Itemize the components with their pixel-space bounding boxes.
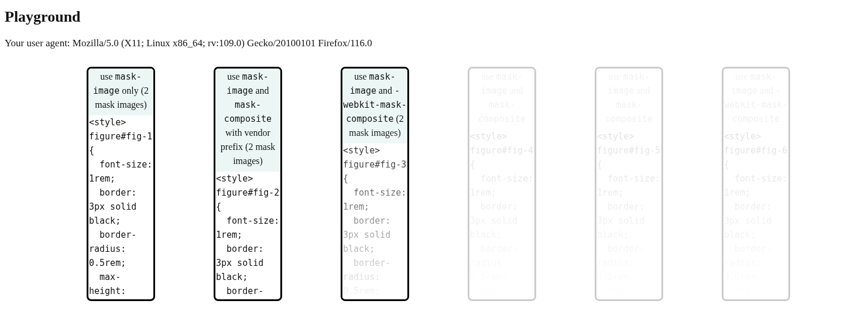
fig-1-code: <style> figure#fig-1 { font-size: 1rem; … xyxy=(88,115,153,301)
fig-4-code: <style> figure#fig-4 { font-size: 1rem; … xyxy=(469,129,534,301)
caption-text: use xyxy=(481,71,496,81)
fig-3: use mask-image and -webkit-mask-composit… xyxy=(341,67,409,301)
figures-row: use mask-image only (2 mask images) <sty… xyxy=(5,67,863,301)
ua-prefix: Your user agent: xyxy=(5,37,73,49)
fig-5-code: <style> figure#fig-5 { font-size: 1rem; … xyxy=(596,129,661,301)
fig-5: use mask-image and mask-composite <style… xyxy=(595,67,663,301)
fig-2-code: <style> figure#fig-2 { font-size: 1rem; … xyxy=(215,172,280,301)
ua-value: Mozilla/5.0 (X11; Linux x86_64; rv:109.0… xyxy=(73,37,372,49)
caption-text: use xyxy=(227,71,242,81)
caption-text: and xyxy=(376,86,394,95)
fig-2: use mask-image and mask-composite with v… xyxy=(214,67,282,301)
caption-text: use xyxy=(354,71,369,81)
fig-6-caption: use mask-image and -webkit-mask-composit… xyxy=(723,69,788,129)
fig-3-code: <style> figure#fig-3 { font-size: 1rem; … xyxy=(342,144,407,301)
fig-5-caption: use mask-image and mask-composite xyxy=(596,69,661,129)
caption-text: use xyxy=(735,71,750,81)
caption-text: and xyxy=(757,86,776,95)
caption-text: use xyxy=(100,71,115,81)
caption-text: and xyxy=(253,86,269,95)
fig-6: use mask-image and -webkit-mask-composit… xyxy=(722,67,790,301)
caption-text: and xyxy=(634,86,650,95)
fig-1: use mask-image only (2 mask images) <sty… xyxy=(87,67,155,301)
caption-text: with vendor prefix (2 mask images) xyxy=(221,128,275,166)
fig-2-caption: use mask-image and mask-composite with v… xyxy=(215,69,280,172)
fig-3-caption: use mask-image and -webkit-mask-composit… xyxy=(342,69,407,144)
user-agent-line: Your user agent: Mozilla/5.0 (X11; Linux… xyxy=(5,37,863,49)
fig-4-caption: use mask-image and mask-composite xyxy=(469,69,534,129)
caption-code: mask-composite xyxy=(605,100,653,124)
fig-1-caption: use mask-image only (2 mask images) xyxy=(88,69,153,115)
caption-code: mask-composite xyxy=(224,100,272,124)
caption-text: use xyxy=(608,71,623,81)
page-title: Playground xyxy=(5,8,863,26)
fig-4: use mask-image and mask-composite <style… xyxy=(468,67,536,301)
caption-code: mask-composite xyxy=(478,100,526,124)
fig-6-code: <style> figure#fig-6 { font-size: 1rem; … xyxy=(723,129,788,301)
caption-text: and xyxy=(507,86,523,95)
